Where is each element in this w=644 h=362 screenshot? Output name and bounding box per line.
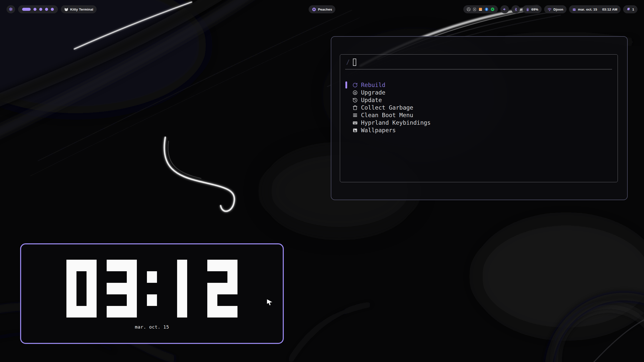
- prompt-symbol: /: [346, 59, 350, 66]
- text-cursor: [353, 59, 356, 66]
- battery-pill[interactable]: 69%: [522, 5, 542, 13]
- history-clock-icon: [352, 98, 358, 103]
- bar-center-modules: Peaches: [309, 5, 335, 13]
- speaker-icon: [503, 7, 507, 11]
- menu-item-wallpapers[interactable]: Wallpapers: [340, 126, 618, 134]
- circle-arrow-down-icon: [352, 90, 358, 95]
- bluetooth-icon: [514, 8, 518, 11]
- bluetooth-tray-icon[interactable]: [485, 7, 489, 11]
- menu-item-label: Wallpapers: [361, 127, 396, 133]
- active-window-pill[interactable]: Kitty Terminal: [61, 5, 97, 13]
- clock-digit: [167, 260, 197, 318]
- bar-left-modules: ❄ Kitty Terminal: [7, 5, 97, 13]
- menu-item-label: Rebuild: [361, 82, 385, 88]
- battery-percent: 69%: [531, 8, 538, 11]
- menu-item-clean-boot-menu[interactable]: Clean Boot Menu: [340, 111, 618, 119]
- bell-icon: [626, 7, 630, 11]
- wifi-icon: [547, 7, 552, 12]
- notifications-pill[interactable]: 1: [623, 5, 637, 13]
- menu-item-label: Clean Boot Menu: [361, 112, 413, 118]
- image-icon: [352, 128, 358, 133]
- time-label: 03:12 AM: [602, 8, 617, 11]
- prompt-separator: [345, 69, 612, 69]
- workspace-dot[interactable]: [39, 8, 42, 11]
- menu-item-rebuild[interactable]: Rebuild: [340, 81, 618, 89]
- launcher-window: / Rebuild Upgrade: [331, 36, 628, 200]
- top-bar: ❄ Kitty Terminal Peaches: [0, 5, 644, 13]
- media-player-pill[interactable]: Peaches: [309, 5, 335, 13]
- menu-item-upgrade[interactable]: Upgrade: [340, 89, 618, 96]
- search-prompt-row[interactable]: /: [346, 58, 356, 67]
- calendar-icon: [572, 8, 576, 11]
- menu-list: Rebuild Upgrade Update: [340, 81, 618, 134]
- network-ssid: Djoon: [553, 8, 563, 11]
- network-pill[interactable]: Djoon: [544, 5, 567, 13]
- menu-item-label: Upgrade: [361, 89, 385, 96]
- clock-digit: [107, 260, 137, 318]
- bluetooth-pill[interactable]: [511, 5, 520, 13]
- trash-icon: [352, 105, 358, 110]
- downloader-tray-icon[interactable]: [478, 7, 482, 11]
- obs-tray-icon[interactable]: [467, 7, 471, 11]
- workspace-active-indicator[interactable]: [22, 8, 31, 11]
- notification-count: 1: [632, 8, 634, 11]
- clock-digit: [207, 260, 237, 318]
- spotify-media-icon: [312, 7, 316, 12]
- menu-item-collect-garbage[interactable]: Collect Garbage: [340, 104, 618, 111]
- menu-lines-icon: [352, 113, 358, 118]
- app-launcher-button[interactable]: ❄: [7, 5, 15, 13]
- menu-item-update[interactable]: Update: [340, 96, 618, 104]
- clock-time: [21, 260, 283, 318]
- workspace-dot[interactable]: [51, 8, 54, 11]
- rotate-cw-icon: [352, 82, 358, 88]
- menu-item-label: Update: [361, 97, 382, 103]
- keepass-tray-icon[interactable]: [473, 8, 476, 11]
- clock-digit: [147, 260, 157, 318]
- system-tray-pill: [463, 5, 498, 13]
- menu-item-hyprland-keybindings[interactable]: Hyprland Keybindings: [340, 119, 618, 126]
- keyboard-icon: [352, 120, 358, 125]
- menu-item-label: Collect Garbage: [361, 104, 413, 111]
- mouse-cursor: [267, 299, 273, 306]
- cat-icon: [64, 7, 68, 12]
- nix-snowflake-icon: ❄: [9, 7, 13, 12]
- date-label: mar. oct. 15: [578, 8, 597, 11]
- active-window-title: Kitty Terminal: [70, 8, 93, 11]
- clock-date: mar. oct. 15: [21, 324, 283, 330]
- selection-indicator: [345, 81, 347, 88]
- workspace-dot[interactable]: [45, 8, 48, 11]
- workspaces-pill: [18, 5, 58, 13]
- clock-widget: mar. oct. 15: [20, 243, 284, 344]
- bar-right-modules: 69% Djoon mar. oct. 15 03:12 AM: [463, 5, 637, 13]
- spotify-tray-icon[interactable]: [491, 7, 495, 11]
- battery-icon: [526, 8, 530, 11]
- clock-digit: [66, 260, 97, 318]
- datetime-pill[interactable]: mar. oct. 15 03:12 AM: [569, 5, 621, 13]
- media-track-label: Peaches: [318, 8, 332, 11]
- menu-item-label: Hyprland Keybindings: [361, 119, 431, 126]
- launcher-inner-panel: / Rebuild Upgrade: [340, 54, 618, 182]
- workspace-dot[interactable]: [33, 8, 36, 11]
- volume-pill[interactable]: [500, 5, 509, 13]
